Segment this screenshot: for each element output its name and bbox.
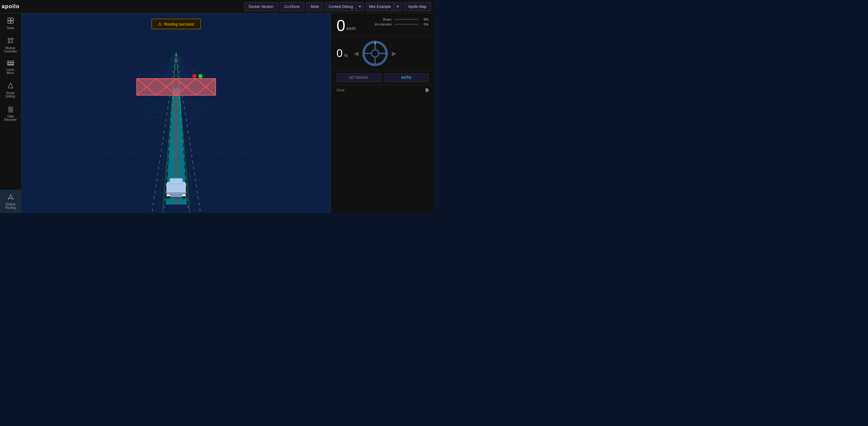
module-controller-icon [7, 37, 14, 45]
steering-wheel-icon [362, 40, 389, 67]
accel-value: 0% [421, 23, 429, 26]
svg-rect-1 [11, 18, 13, 20]
svg-rect-2 [8, 21, 10, 23]
right-panel: 0 km/h Brake 0% Accelerator 0% [331, 13, 434, 213]
main-canvas[interactable]: ⚠ Routing success! [21, 13, 331, 213]
mute-button[interactable]: Mute [306, 2, 323, 11]
contest-debug-arrow-icon[interactable]: ▼ [356, 2, 364, 11]
svg-rect-10 [8, 63, 14, 64]
routing-notification: ⚠ Routing success! [152, 19, 201, 29]
notification-icon: ⚠ [158, 22, 162, 26]
svg-rect-0 [8, 18, 10, 20]
default-routing-icon [7, 193, 14, 201]
gear-value: D [426, 88, 429, 93]
svg-point-105 [198, 74, 203, 78]
topbar: apollo Docker Version Co-Driver Mute Con… [0, 0, 434, 13]
speed-panel: 0 km/h Brake 0% Accelerator 0% [331, 13, 434, 37]
co-driver-button[interactable]: Co-Driver [280, 2, 304, 11]
sidebar-item-data-recorder[interactable]: DataRecorder [0, 102, 21, 125]
svg-rect-11 [8, 65, 14, 65]
sidebar: Tasks ModuleController LayerMenu [0, 13, 21, 213]
topbar-buttons: Docker Version Co-Driver Mute Contest De… [244, 2, 434, 11]
module-controller-label: ModuleController [4, 46, 17, 53]
accelerator-bar-bg [394, 24, 418, 25]
mode-status-box: AUTO [384, 73, 429, 82]
notification-text: Routing success! [164, 22, 194, 26]
svg-rect-9 [8, 61, 14, 62]
mkz-example-label: Mkz Example [366, 5, 394, 9]
brake-bar-bg [394, 19, 418, 20]
apollo-map-button[interactable]: Apollo Map [404, 2, 431, 11]
logo: apollo [0, 0, 21, 13]
steer-right-icon[interactable]: ▶ [392, 50, 396, 57]
speed-value: 0 [337, 18, 345, 33]
gear-panel: Gear D [331, 85, 434, 95]
brake-value: 0% [421, 18, 429, 21]
mode-label: AUTO [401, 75, 411, 80]
svg-rect-109 [170, 179, 182, 184]
svg-rect-4 [8, 38, 10, 40]
svg-rect-94 [137, 78, 216, 95]
layer-menu-icon [7, 60, 14, 67]
brake-accel-display: Brake 0% Accelerator 0% [371, 18, 429, 27]
status-panel: NO SIGNAL AUTO [331, 70, 434, 85]
mkz-example-dropdown[interactable]: Mkz Example ▼ [366, 2, 402, 11]
accelerator-row: Accelerator 0% [371, 23, 429, 26]
signal-label: NO SIGNAL [349, 75, 369, 80]
svg-rect-5 [11, 38, 13, 40]
tasks-icon [7, 17, 14, 25]
app-name: apollo [2, 3, 20, 10]
brake-row: Brake 0% [371, 18, 429, 21]
sidebar-item-module-controller[interactable]: ModuleController [0, 33, 21, 57]
speed-display: 0 km/h [337, 18, 355, 33]
gear-label: Gear [337, 88, 345, 92]
mkz-example-arrow-icon[interactable]: ▼ [394, 2, 402, 11]
default-routing-label: DefaultRouting [5, 203, 16, 209]
svg-point-116 [371, 50, 379, 57]
svg-rect-111 [167, 195, 170, 196]
contest-debug-label: Contest Debug [326, 5, 356, 9]
route-editing-icon [7, 82, 14, 90]
sidebar-item-default-routing[interactable]: DefaultRouting [0, 190, 21, 213]
contest-debug-dropdown[interactable]: Contest Debug ▼ [325, 2, 364, 11]
svg-rect-112 [182, 195, 185, 196]
svg-point-113 [166, 196, 171, 199]
sidebar-item-route-editing[interactable]: RouteEditing [0, 78, 21, 102]
accelerator-label: Accelerator [371, 23, 392, 26]
sidebar-item-layer-menu[interactable]: LayerMenu [0, 57, 21, 78]
layer-menu-label: LayerMenu [7, 68, 14, 75]
steering-value: 0 [337, 47, 343, 60]
speed-unit: km/h [346, 26, 355, 31]
steering-value-display: 0 % [337, 47, 348, 60]
signal-status-box: NO SIGNAL [337, 73, 381, 82]
svg-point-114 [181, 196, 186, 199]
svg-point-104 [192, 74, 196, 78]
3d-scene [21, 13, 331, 213]
steering-unit: % [344, 53, 347, 58]
docker-version-button[interactable]: Docker Version [244, 2, 278, 11]
data-recorder-icon [7, 105, 14, 113]
steer-left-icon[interactable]: ◀ [354, 50, 359, 57]
brake-label: Brake [371, 18, 392, 21]
tasks-label: Tasks [7, 26, 14, 30]
sidebar-item-tasks[interactable]: Tasks [0, 13, 21, 33]
svg-rect-6 [8, 41, 10, 43]
svg-rect-3 [11, 21, 13, 23]
steering-panel: 0 % ◀ ▶ [331, 37, 434, 70]
data-recorder-label: DataRecorder [4, 115, 17, 121]
steering-arrows: ◀ ▶ [354, 40, 396, 67]
route-editing-label: RouteEditing [6, 91, 15, 98]
